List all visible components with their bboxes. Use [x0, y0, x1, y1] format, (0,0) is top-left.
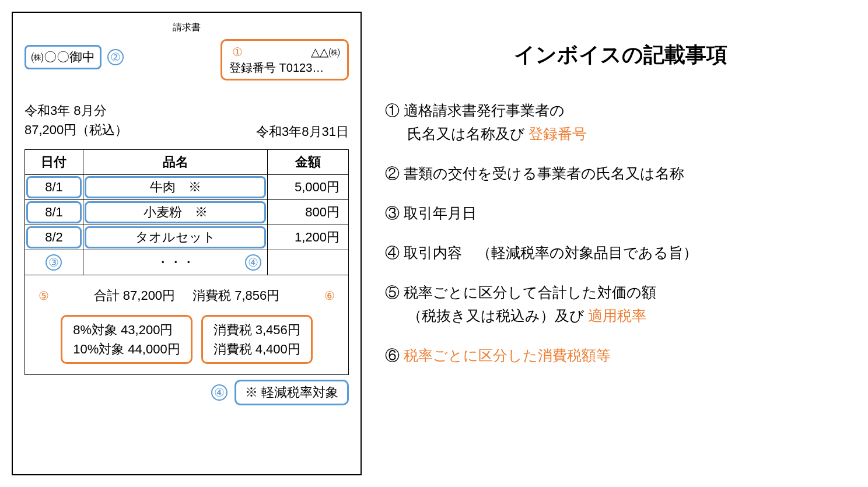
table-row-ellipsis: ③ ・・・ ④ — [25, 250, 349, 275]
recipient-box: ㈱〇〇御中 — [24, 45, 102, 69]
cell-amount: 800円 — [268, 200, 349, 225]
rate10-base: 10%対象 44,000円 — [73, 339, 180, 359]
highlight-tax-amount: 税率ごとに区分した消費税額等 — [404, 347, 611, 363]
highlight-reg-number: 登録番号 — [528, 125, 587, 142]
invoice-title: 請求書 — [173, 22, 201, 34]
rule-4: ④ 取引内容 （軽減税率の対象品目である旨） — [385, 241, 856, 264]
month-label: 令和3年 8月分 — [24, 101, 349, 120]
rules-title: インボイスの記載事項 — [385, 41, 856, 69]
tax-rate-base-box: 8%対象 43,200円 10%対象 44,000円 — [61, 315, 192, 364]
cell-date: 8/1 — [25, 175, 83, 200]
rate8-tax: 消費税 3,456円 — [214, 320, 300, 339]
invoice-document: 請求書 ㈱〇〇御中 ② ① △△㈱ 登録番号 T0123… 令和3年 8月分 8… — [12, 12, 362, 475]
summary-section: ⑤ 合計 87,200円 消費税 7,856円 ⑥ 8%対象 43,200円 1… — [24, 275, 349, 375]
rate8-base: 8%対象 43,200円 — [73, 320, 180, 339]
rule-1: ① 適格請求書発行事業者の 氏名又は名称及び 登録番号 — [385, 99, 856, 145]
cell-item: タオルセット — [83, 225, 267, 250]
badge-3: ③ — [46, 254, 62, 271]
ellipsis: ・・・ — [156, 255, 195, 269]
rate10-tax: 消費税 4,400円 — [214, 339, 300, 359]
footer-note-row: ④ ※ 軽減税率対象 — [24, 380, 349, 405]
summary-tax: 消費税 7,856円 — [192, 287, 279, 304]
badge-6: ⑥ — [321, 288, 338, 304]
badge-2: ② — [107, 49, 124, 65]
badge-5: ⑤ — [36, 288, 52, 304]
cell-amount: 1,200円 — [268, 225, 349, 250]
cell-date: 8/2 — [25, 225, 83, 250]
cell-item: 小麦粉 ※ — [83, 200, 267, 225]
issuer-box: ① △△㈱ 登録番号 T0123… — [220, 39, 349, 80]
summary-total: 合計 87,200円 — [94, 287, 175, 304]
table-row: 8/1 牛肉 ※ 5,000円 — [25, 175, 349, 200]
cell-amount: 5,000円 — [268, 175, 349, 200]
badge-1: ① — [229, 44, 246, 60]
col-amount: 金額 — [268, 150, 349, 175]
issuer-registration: 登録番号 T0123… — [229, 60, 340, 76]
cell-item: 牛肉 ※ — [83, 175, 267, 200]
rule-5: ⑤ 税率ごとに区分して合計した対価の額 （税抜き又は税込み）及び 適用税率 — [385, 281, 856, 327]
col-date: 日付 — [25, 150, 83, 175]
rules-panel: インボイスの記載事項 ① 適格請求書発行事業者の 氏名又は名称及び 登録番号 ②… — [385, 12, 856, 475]
col-item: 品名 — [83, 150, 267, 175]
cell-date: 8/1 — [25, 200, 83, 225]
issuer-name: △△㈱ — [246, 44, 340, 60]
rules-list: ① 適格請求書発行事業者の 氏名又は名称及び 登録番号 ② 書類の交付を受ける事… — [385, 99, 856, 367]
rule-6: ⑥ 税率ごとに区分した消費税額等 — [385, 344, 856, 367]
tax-rate-tax-box: 消費税 3,456円 消費税 4,400円 — [201, 315, 313, 364]
invoice-table: 日付 品名 金額 8/1 牛肉 ※ 5,000円 8/1 小麦粉 ※ 800円 … — [24, 149, 349, 275]
badge-4-footer: ④ — [211, 384, 228, 401]
highlight-tax-rate: 適用税率 — [588, 307, 646, 324]
rule-2: ② 書類の交付を受ける事業者の氏名又は名称 — [385, 162, 856, 185]
rule-3: ③ 取引年月日 — [385, 201, 856, 225]
badge-4: ④ — [245, 254, 261, 271]
reduced-tax-note: ※ 軽減税率対象 — [235, 380, 349, 405]
table-row: 8/2 タオルセット 1,200円 — [25, 225, 349, 250]
table-row: 8/1 小麦粉 ※ 800円 — [25, 200, 349, 225]
